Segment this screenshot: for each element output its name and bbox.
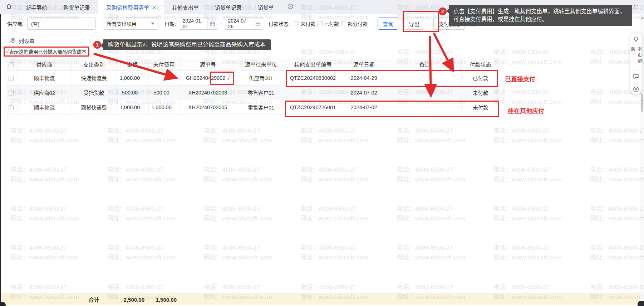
tab-label: 新手导航 — [26, 4, 47, 11]
lightbulb-icon[interactable] — [633, 36, 639, 44]
scrollbar-thumb[interactable] — [641, 94, 643, 112]
tooltip-step-1: 购货单据显示√，说明该笔采购费用已分摊至商品采购入库成本 — [103, 39, 271, 50]
home-icon — [6, 3, 12, 11]
col-remark: 备注 — [388, 58, 461, 71]
watermark-text: 电话：4006-6500-27网址：www.tdxsoft.com — [493, 87, 562, 107]
cell-pay-status: 未付款 — [461, 100, 500, 115]
watermark-text: 电话：4006-6500-27网址：www.tdxsoft.com — [397, 126, 465, 145]
side-helper-panel: 本页帮助 — [630, 32, 642, 94]
col-source-no: 源单号 — [180, 58, 236, 71]
checkbox-paid[interactable]: 已付款 — [318, 20, 339, 27]
export-button[interactable]: 导出 — [404, 18, 424, 30]
column-settings-button[interactable]: 列设置 — [10, 37, 35, 44]
cell-supplier: 顺丰物流 — [17, 100, 72, 115]
checkbox-unpaid[interactable]: 未付款 — [294, 20, 315, 27]
table-row[interactable]: 供应商02 受托货款 500.00 500.00 XH20240702003 零… — [6, 85, 500, 100]
date-from-input[interactable]: 2024-01-01 — [179, 18, 218, 30]
watermark-text: 电话：4006-6500-27网址：www.tdxsoft.com — [493, 165, 562, 184]
expense-table: 供应商 支出类别 金额 未付费用 源单号 源单往来单位 其他支出单编号 源单日期… — [6, 58, 500, 115]
checkbox-label: 未付款 — [300, 20, 315, 27]
tooltip-line-1: 点击【支付费用】生成一笔其他支出单，跳转至其他支出单编辑界面， — [453, 8, 628, 15]
table-row[interactable]: 顺丰物流 快递物流费 1,000.00 GH20240429002√ 供应商00… — [6, 71, 500, 85]
chevron-down-circle-icon — [287, 3, 294, 11]
divider — [633, 71, 639, 71]
watermark-text: 电话：4006-6500-27网址：www.tdxsoft.com — [397, 204, 465, 223]
gear-icon — [10, 37, 16, 44]
close-tab-icon[interactable]: × — [153, 4, 156, 10]
watermark-text: 电话：4006-6500-27网址：www.tdxsoft.com — [11, 165, 79, 184]
tab-label: 采购销售费用清单 — [106, 4, 149, 11]
expense-type-select[interactable]: 所有支出项目 — [103, 18, 158, 30]
cell-amount: 1,000.00 — [116, 71, 148, 85]
supplier-label: 供应商: — [7, 20, 24, 27]
cell-category: 受托货款 — [72, 85, 116, 100]
checkbox-icon[interactable] — [294, 21, 299, 26]
cell-source-date: 2024-04-29 — [340, 71, 388, 85]
more-options-icon[interactable]: … — [86, 21, 92, 26]
collapse-panel-icon[interactable] — [633, 86, 639, 94]
checkbox-label: 已付款 — [324, 20, 339, 27]
watermark-text: 电话：4006-6500-27网址：www.tdxsoft.com — [300, 165, 369, 184]
watermark-text: 电话：4006-6500-27网址：www.tdxsoft.com — [397, 165, 465, 184]
row-checkbox[interactable] — [9, 91, 14, 96]
watermark-text: 电话：4006-6500-27网址：www.tdxsoft.com — [107, 204, 176, 223]
tab-purchase-sales-expense-list[interactable]: 采购销售费用清单 × — [98, 0, 164, 14]
calendar-icon[interactable] — [207, 18, 218, 29]
summary-unpaid-total: 1,500.00 — [147, 294, 177, 306]
cell-source-no: XH20240702005 — [180, 100, 236, 115]
cell-unpaid: 1,000.00 — [148, 100, 180, 115]
summary-amount-total: 2,500.00 — [115, 294, 144, 306]
cell-unpaid — [148, 71, 180, 85]
tab-sales-records[interactable]: 销货单记录 — [207, 0, 250, 14]
cell-source-partner: 零售客户01 — [236, 85, 286, 100]
watermark-text: 电话：4006-6500-27网址：www.tdxsoft.com — [493, 47, 562, 67]
tab-sales-order[interactable]: 销货单 — [250, 0, 282, 14]
watermark-text: 电话：4006-6500-27网址：www.tdxsoft.com — [300, 243, 369, 262]
summary-row: 合计 2,500.00 1,500.00 — [1, 293, 640, 305]
page-help-label[interactable]: 本页帮助 — [629, 47, 643, 65]
scrollbar-up-arrow[interactable] — [641, 17, 644, 19]
date-to-value: 2024-07-26 — [228, 18, 252, 29]
cell-supplier: 顺丰物流 — [17, 71, 72, 85]
col-other-expense-no: 其他支出单编号 — [286, 58, 340, 71]
tab-other-expense[interactable]: 其他支出单 — [164, 0, 207, 14]
cell-other-expense-no: QTZC20240630002 — [286, 71, 340, 85]
cell-category: 到货快递费 — [72, 100, 116, 115]
supplier-select[interactable]: (空) … — [27, 18, 96, 30]
cell-source-no: GH20240429002√ — [180, 71, 236, 85]
table-row[interactable]: 顺丰物流 到货快递费 1,000.00 1,000.00 XH202407020… — [6, 100, 500, 115]
date-label: 日期: — [164, 20, 176, 27]
cell-source-date: 2024-07-02 — [340, 85, 388, 100]
col-expense-category: 支出类别 — [72, 58, 116, 71]
checkbox-icon[interactable] — [341, 21, 346, 26]
select-all-checkbox[interactable] — [9, 62, 14, 67]
cell-other-expense-no — [286, 85, 340, 100]
allocated-check-mark: √ — [227, 75, 230, 81]
watermark-text: 电话：4006-6500-27网址：www.tdxsoft.com — [11, 243, 79, 262]
query-button[interactable]: 查询 — [378, 18, 398, 30]
col-source-date: 源单日期 — [340, 58, 388, 71]
step-badge-1: 1 — [93, 41, 101, 49]
window-corner-fragment — [638, 301, 644, 306]
date-to-input[interactable]: 2024-07-26 — [224, 18, 263, 30]
home-button[interactable] — [0, 0, 18, 14]
tab-overflow-button[interactable] — [282, 0, 299, 14]
row-checkbox[interactable] — [9, 76, 14, 81]
tab-purchase-records[interactable]: 购货单记录 — [55, 0, 98, 14]
date-from-value: 2024-01-01 — [183, 18, 207, 29]
fullscreen-icon[interactable] — [633, 4, 639, 12]
checkbox-partial-paid[interactable]: 部分付款 — [341, 20, 368, 27]
watermark-text: 电话：4006-6500-27网址：www.tdxsoft.com — [300, 126, 369, 145]
tab-label: 销货单记录 — [215, 4, 242, 11]
divider — [633, 83, 639, 84]
feedback-chat-icon[interactable] — [633, 73, 639, 81]
column-settings-label: 列设置 — [19, 37, 35, 44]
source-no-text: GH20240429002 — [186, 75, 225, 81]
watermark-text: 电话：4006-6500-27网址：www.tdxsoft.com — [397, 243, 465, 262]
checkbox-icon[interactable] — [318, 21, 323, 26]
tab-newbie-guide[interactable]: 新手导航 — [18, 0, 55, 14]
row-checkbox[interactable] — [9, 105, 14, 110]
watermark-text: 电话：4006-6500-27网址：www.tdxsoft.com — [590, 126, 644, 145]
calendar-icon[interactable] — [253, 18, 263, 29]
cell-remark — [388, 71, 461, 85]
